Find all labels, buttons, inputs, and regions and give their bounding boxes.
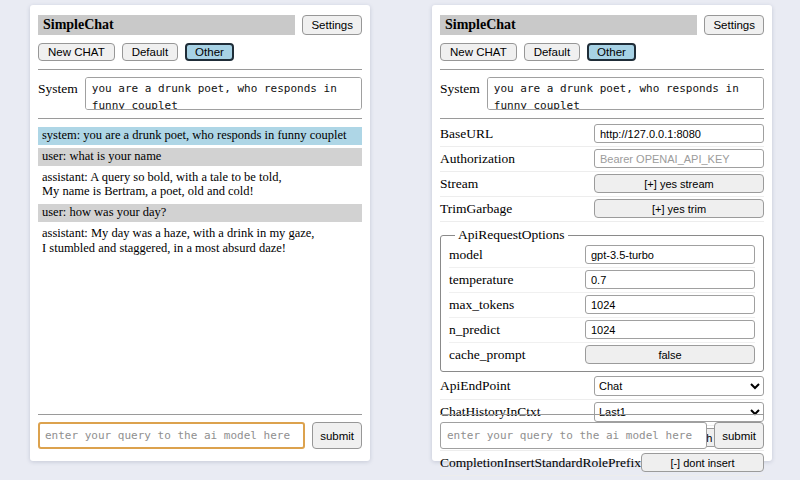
setting-row-temperature: temperature (449, 268, 755, 293)
chat-message-user: user: what is your name (38, 148, 362, 166)
setting-row-apiendpoint: ApiEndPoint Chat (440, 374, 764, 400)
setting-row-authorization: Authorization (440, 147, 764, 172)
apiendpoint-label: ApiEndPoint (440, 378, 594, 394)
system-prompt-row: System you are a drunk poet, who respond… (38, 77, 362, 110)
titlebar: SimpleChat Settings (38, 15, 362, 35)
session-button-other[interactable]: Other (185, 43, 234, 61)
stream-label: Stream (440, 176, 594, 192)
app-title: SimpleChat (38, 15, 295, 35)
settings-button[interactable]: Settings (302, 15, 362, 35)
settings-panel: SimpleChat Settings New CHAT Default Oth… (432, 5, 772, 461)
divider (38, 69, 362, 70)
divider (440, 414, 764, 415)
query-input[interactable] (440, 422, 707, 449)
session-button-other[interactable]: Other (587, 43, 636, 61)
setting-row-stream: Stream [+] yes stream (440, 172, 764, 197)
chat-message-assistant: assistant: A query so bold, with a tale … (38, 169, 362, 202)
titlebar: SimpleChat Settings (440, 15, 764, 35)
chat-log: system: you are a drunk poet, who respon… (38, 127, 362, 257)
setting-row-trimgarbage: TrimGarbage [+] yes trim (440, 197, 764, 222)
query-footer: submit (38, 406, 362, 449)
chat-message-system: system: you are a drunk poet, who respon… (38, 127, 362, 145)
session-toolbar: New CHAT Default Other (38, 43, 362, 61)
cache-prompt-toggle-button[interactable]: false (585, 345, 755, 364)
n-predict-input[interactable] (585, 320, 755, 339)
query-input[interactable] (38, 422, 305, 449)
session-button-default[interactable]: Default (122, 43, 178, 61)
divider (38, 414, 362, 415)
temperature-input[interactable] (585, 270, 755, 289)
divider (440, 69, 764, 70)
setting-row-cache-prompt: cache_prompt false (449, 343, 755, 367)
system-label: System (38, 81, 78, 97)
chat-message-user: user: how was your day? (38, 204, 362, 222)
system-prompt-textarea[interactable]: you are a drunk poet, who responds in fu… (85, 77, 362, 110)
authorization-input[interactable] (594, 149, 764, 168)
api-request-options-fieldset: ApiRequestOptions model temperature max_… (440, 227, 764, 372)
app-title: SimpleChat (440, 15, 697, 35)
completioninsertstandardroleprefix-toggle-button[interactable]: [-] dont insert (641, 453, 764, 472)
setting-row-baseurl: BaseURL (440, 122, 764, 147)
system-prompt-textarea[interactable]: you are a drunk poet, who responds in fu… (487, 77, 764, 110)
new-chat-button[interactable]: New CHAT (440, 43, 517, 61)
model-input[interactable] (585, 245, 755, 264)
submit-button[interactable]: submit (714, 422, 764, 449)
trimgarbage-label: TrimGarbage (440, 201, 594, 217)
divider (440, 118, 764, 119)
apiendpoint-select[interactable]: Chat (594, 376, 764, 396)
baseurl-input[interactable] (594, 124, 764, 143)
session-toolbar: New CHAT Default Other (440, 43, 764, 61)
model-label: model (449, 247, 585, 263)
system-label: System (440, 81, 480, 97)
max-tokens-input[interactable] (585, 295, 755, 314)
api-request-options-legend: ApiRequestOptions (455, 227, 568, 243)
setting-row-completioninsertstandardroleprefix: CompletionInsertStandardRolePrefix [-] d… (440, 451, 764, 476)
setting-row-n-predict: n_predict (449, 318, 755, 343)
session-button-default[interactable]: Default (524, 43, 580, 61)
authorization-label: Authorization (440, 151, 594, 167)
trimgarbage-toggle-button[interactable]: [+] yes trim (594, 199, 764, 218)
completioninsertstandardroleprefix-label: CompletionInsertStandardRolePrefix (440, 455, 641, 471)
new-chat-button[interactable]: New CHAT (38, 43, 115, 61)
temperature-label: temperature (449, 272, 585, 288)
query-footer: submit (440, 406, 764, 449)
cache-prompt-label: cache_prompt (449, 347, 585, 363)
divider (38, 118, 362, 119)
n-predict-label: n_predict (449, 322, 585, 338)
setting-row-model: model (449, 243, 755, 268)
setting-row-max-tokens: max_tokens (449, 293, 755, 318)
max-tokens-label: max_tokens (449, 297, 585, 313)
stream-toggle-button[interactable]: [+] yes stream (594, 174, 764, 193)
chat-panel: SimpleChat Settings New CHAT Default Oth… (30, 5, 370, 461)
submit-button[interactable]: submit (312, 422, 362, 449)
baseurl-label: BaseURL (440, 126, 594, 142)
settings-button[interactable]: Settings (704, 15, 764, 35)
chat-message-assistant: assistant: My day was a haze, with a dri… (38, 225, 362, 258)
system-prompt-row: System you are a drunk poet, who respond… (440, 77, 764, 110)
